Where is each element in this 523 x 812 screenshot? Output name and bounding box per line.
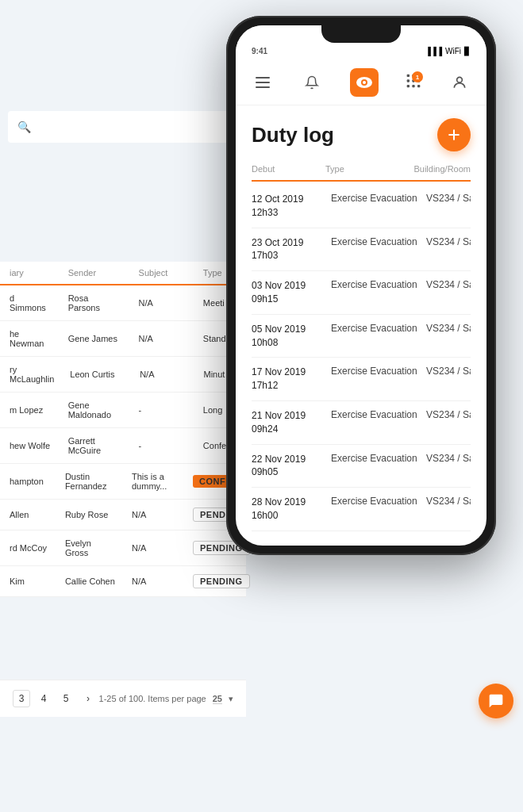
- phone-table-row[interactable]: 22 Nov 201909h05 Exercise Evacuation VS2…: [252, 445, 471, 488]
- desktop-search-bar[interactable]: 🔍: [8, 111, 230, 143]
- phone-table-row[interactable]: 17 Nov 201917h12 Exercise Evacuation VS2…: [252, 358, 471, 401]
- table-row[interactable]: ry McLaughlin Leon Curtis N/A Minut: [0, 357, 246, 393]
- phone-table-row[interactable]: 28 Nov 201916h00 Exercise Evacuation VS2…: [252, 488, 471, 531]
- type-cell: Exercise Evacuation: [331, 409, 426, 420]
- building-cell: VS234 / Salle Artan: [426, 323, 471, 334]
- date-cell: 03 Nov 201909h15: [252, 279, 331, 306]
- battery-icon: ▊: [464, 47, 471, 56]
- chat-icon: [488, 693, 504, 709]
- diary-cell: m Lopez: [10, 405, 52, 415]
- diary-cell: rd McCoy: [10, 543, 49, 553]
- phone-table-row[interactable]: 21 Nov 201909h24 Exercise Evacuation VS2…: [252, 401, 471, 445]
- page-4[interactable]: 4: [35, 690, 52, 707]
- bell-icon[interactable]: [301, 71, 323, 94]
- svg-rect-12: [407, 85, 410, 87]
- signal-icon: ▐▐▐: [425, 47, 442, 56]
- diary-cell: hampton: [10, 477, 49, 486]
- status-icons: ▐▐▐ WiFi ▊: [425, 47, 471, 56]
- col-header-sender: Sender: [68, 268, 123, 278]
- sender-cell: Gene James: [68, 334, 123, 343]
- phone-table-body: 12 Oct 201912h33 Exercise Evacuation VS2…: [252, 185, 471, 531]
- apps-badge: 1: [412, 71, 423, 82]
- subject-cell: N/A: [140, 370, 187, 379]
- date-cell: 05 Nov 201910h08: [252, 323, 331, 350]
- page: { "colors": { "accent": "#f97316", "bg":…: [0, 0, 523, 812]
- subject-cell: -: [139, 405, 187, 415]
- status-time: 9:41: [252, 47, 267, 56]
- subject-cell: N/A: [132, 576, 177, 586]
- sender-cell: Rosa Parsons: [68, 293, 123, 312]
- svg-point-5: [363, 81, 366, 84]
- table-row[interactable]: Allen Ruby Rose N/A PENDING: [0, 500, 246, 530]
- type-cell: Stand: [203, 334, 226, 343]
- svg-rect-2: [256, 86, 270, 88]
- user-icon[interactable]: [448, 71, 471, 94]
- pagination-info: 1-25 of 100. Items per page 25 ▾: [99, 694, 233, 704]
- subject-cell: This is a dummy...: [132, 472, 177, 491]
- subject-cell: N/A: [139, 298, 187, 308]
- phone-page-header: Duty log: [252, 118, 471, 151]
- desktop-table: iary Sender Subject Type d Simmons Rosa …: [0, 262, 246, 597]
- col-header-debut: Debut: [252, 164, 325, 174]
- wifi-icon: WiFi: [445, 47, 461, 56]
- phone-outer: 9:41 ▐▐▐ WiFi ▊: [226, 16, 496, 555]
- type-cell: Exercise Evacuation: [331, 366, 426, 377]
- page-next[interactable]: ›: [79, 690, 97, 707]
- building-cell: VS234 / Salle Artan: [426, 279, 471, 290]
- table-row[interactable]: Kim Callie Cohen N/A PENDING: [0, 566, 246, 597]
- phone-notch: [321, 25, 401, 43]
- diary-cell: Allen: [10, 510, 49, 519]
- diary-cell: d Simmons: [10, 293, 52, 312]
- phone-table-row[interactable]: 03 Nov 201909h15 Exercise Evacuation VS2…: [252, 271, 471, 315]
- date-cell: 22 Nov 201909h05: [252, 453, 331, 480]
- building-cell: VS234 / Salle Artan: [426, 193, 471, 204]
- type-cell: Exercise Evacuation: [331, 496, 426, 507]
- sender-cell: Leon Curtis: [70, 370, 124, 379]
- menu-icon[interactable]: [252, 71, 274, 94]
- type-cell: Exercise Evacuation: [331, 236, 426, 247]
- svg-rect-1: [256, 82, 270, 83]
- type-cell: Exercise Evacuation: [331, 323, 426, 334]
- page-5[interactable]: 5: [57, 690, 75, 707]
- diary-cell: hew Wolfe: [10, 441, 52, 450]
- phone-table-row[interactable]: 05 Nov 201910h08 Exercise Evacuation VS2…: [252, 315, 471, 358]
- desktop-table-header: iary Sender Subject Type: [0, 262, 246, 285]
- svg-rect-14: [417, 85, 420, 87]
- type-cell: Minut: [204, 370, 225, 379]
- date-cell: 12 Oct 201912h33: [252, 193, 331, 220]
- type-cell: Exercise Evacuation: [331, 453, 426, 464]
- building-cell: VS234 / Salle Artan: [426, 453, 471, 464]
- page-title: Duty log: [252, 123, 334, 147]
- diary-cell: Kim: [10, 576, 49, 586]
- subject-cell: N/A: [139, 334, 187, 343]
- svg-rect-6: [407, 75, 410, 77]
- page-3[interactable]: 3: [13, 690, 30, 707]
- search-icon: 🔍: [17, 121, 31, 133]
- subject-cell: -: [139, 441, 187, 450]
- col-header-type: Type: [325, 164, 414, 174]
- table-row[interactable]: d Simmons Rosa Parsons N/A Meeti: [0, 285, 246, 321]
- phone-table-row[interactable]: 12 Oct 201912h33 Exercise Evacuation VS2…: [252, 185, 471, 228]
- phone-table-row[interactable]: 23 Oct 201917h03 Exercise Evacuation VS2…: [252, 228, 471, 272]
- phone-table: Debut Type Building/Room 12 Oct 201912h3…: [252, 164, 471, 531]
- chat-fab[interactable]: [479, 684, 513, 718]
- apps-icon[interactable]: 1: [406, 73, 421, 92]
- table-row[interactable]: hampton Dustin Fernandez This is a dummy…: [0, 464, 246, 500]
- phone-table-header: Debut Type Building/Room: [252, 164, 471, 182]
- table-row[interactable]: m Lopez Gene Maldonado - Long: [0, 393, 246, 428]
- add-button[interactable]: [437, 118, 471, 151]
- subject-cell: N/A: [132, 543, 177, 553]
- sender-cell: Dustin Fernandez: [65, 472, 116, 491]
- sender-cell: Garrett McGuire: [68, 436, 123, 455]
- table-row[interactable]: hew Wolfe Garrett McGuire - Confer: [0, 428, 246, 464]
- phone-content: Duty log Debut Type Building/Room 12: [236, 105, 486, 544]
- table-row[interactable]: he Newman Gene James N/A Stand: [0, 321, 246, 357]
- table-row[interactable]: rd McCoy Evelyn Gross N/A PENDING: [0, 530, 246, 566]
- type-cell: Long: [203, 405, 222, 415]
- date-cell: 21 Nov 201909h24: [252, 409, 331, 436]
- building-cell: VS234 / Salle Arta: [426, 496, 471, 507]
- phone-screen: 9:41 ▐▐▐ WiFi ▊: [236, 25, 486, 546]
- date-cell: 28 Nov 201916h00: [252, 496, 331, 523]
- svg-rect-0: [256, 77, 270, 79]
- desktop-pagination: 3 4 5 › 1-25 of 100. Items per page 25 ▾: [0, 680, 246, 717]
